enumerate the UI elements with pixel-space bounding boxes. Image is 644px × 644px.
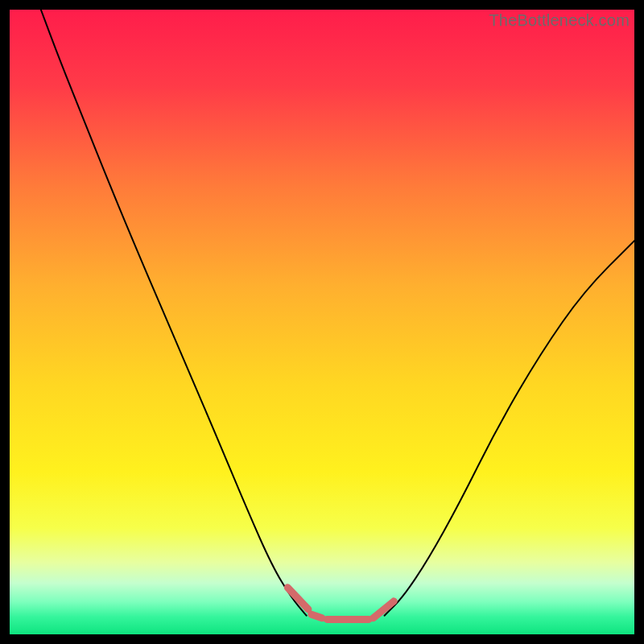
watermark-text: TheBottleneck.com: [489, 11, 630, 30]
chart-background: [10, 10, 634, 634]
series-optimal-zone: [312, 614, 322, 618]
bottleneck-chart: [10, 10, 634, 634]
chart-frame: TheBottleneck.com: [10, 10, 634, 634]
